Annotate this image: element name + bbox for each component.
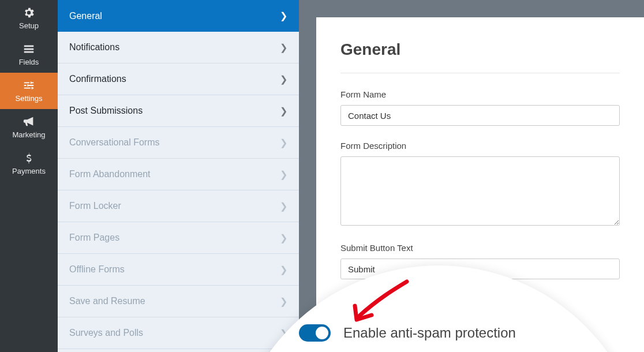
subnav-item-label: Form Abandonment [69,169,151,179]
subnav-item-confirmations[interactable]: Confirmations ❯ [58,63,299,95]
settings-subnav: General ❯ Notifications ❯ Confirmations … [58,0,299,352]
chevron-right-icon: ❯ [280,264,287,275]
submit-text-label: Submit Button Text [340,243,620,253]
chevron-right-icon: ❯ [280,106,287,117]
form-name-label: Form Name [340,89,620,99]
form-desc-input[interactable] [340,156,620,226]
subnav-item-general[interactable]: General ❯ [58,0,299,32]
chevron-right-icon: ❯ [280,296,287,307]
chevron-right-icon: ❯ [280,233,287,244]
field-form-name: Form Name [340,89,620,126]
subnav-item-label: Conversational Forms [69,137,160,148]
chevron-right-icon: ❯ [280,74,287,85]
chevron-right-icon: ❯ [280,10,287,21]
sidebar-item-fields[interactable]: Fields [0,36,58,73]
primary-sidebar: Setup Fields Settings Marketing Payments [0,0,58,352]
subnav-item-surveys-polls[interactable]: Surveys and Polls ❯ [58,317,299,349]
toggle-knob [316,327,328,339]
gear-icon [23,6,35,19]
sidebar-item-label: Setup [19,21,39,30]
subnav-item-form-abandonment[interactable]: Form Abandonment ❯ [58,159,299,190]
subnav-item-offline-forms[interactable]: Offline Forms ❯ [58,254,299,286]
anti-spam-toggle[interactable] [299,324,331,342]
sidebar-item-label: Payments [12,167,46,175]
subnav-item-save-resume[interactable]: Save and Resume ❯ [58,286,299,317]
chevron-right-icon: ❯ [280,201,287,212]
subnav-item-label: Offline Forms [69,264,125,275]
sidebar-item-setup[interactable]: Setup [0,0,58,36]
subnav-item-form-locker[interactable]: Form Locker ❯ [58,190,299,222]
form-desc-label: Form Description [340,141,620,151]
subnav-item-notifications[interactable]: Notifications ❯ [58,32,299,63]
subnav-item-post-submissions[interactable]: Post Submissions ❯ [58,95,299,127]
subnav-item-label: Form Locker [69,201,121,211]
panel-title: General [340,40,620,73]
subnav-item-form-pages[interactable]: Form Pages ❯ [58,222,299,254]
subnav-item-label: Surveys and Polls [69,328,143,338]
subnav-item-label: Post Submissions [69,106,143,116]
field-form-description: Form Description [340,141,620,228]
dollar-icon [23,152,35,164]
subnav-item-label: Form Pages [69,233,119,243]
sidebar-filler [0,182,58,352]
subnav-item-label: Notifications [69,42,119,53]
sidebar-item-label: Settings [16,94,43,103]
sidebar-item-payments[interactable]: Payments [0,145,58,182]
sidebar-item-settings[interactable]: Settings [0,73,58,109]
anti-spam-label: Enable anti-spam protection [343,325,516,341]
sliders-icon [23,79,35,92]
bullhorn-icon [23,115,35,128]
subnav-item-label: General [69,11,102,21]
chevron-right-icon: ❯ [280,42,287,53]
sidebar-item-label: Fields [19,58,39,66]
subnav-item-label: Confirmations [69,74,126,84]
chevron-right-icon: ❯ [280,169,287,180]
callout-content: Enable anti-spam protection [299,324,516,342]
chevron-right-icon: ❯ [280,137,287,148]
sidebar-item-label: Marketing [12,130,45,139]
subnav-item-conversational-forms[interactable]: Conversational Forms ❯ [58,127,299,159]
subnav-item-label: Save and Resume [69,296,145,306]
form-name-input[interactable] [340,105,620,126]
sidebar-item-marketing[interactable]: Marketing [0,109,58,145]
list-icon [23,43,35,55]
